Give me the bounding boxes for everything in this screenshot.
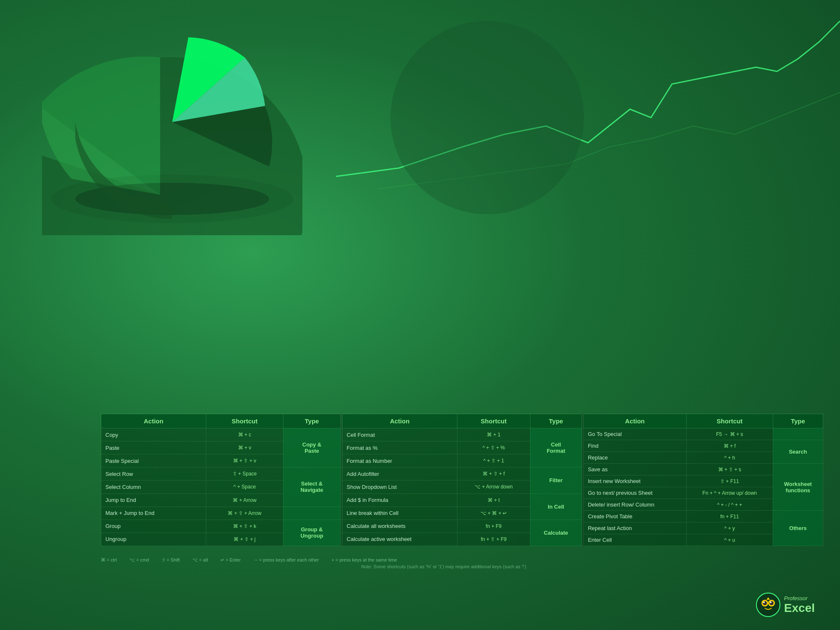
logo-area: Professor Excel — [756, 592, 815, 617]
table-row: Save as ⌘ + ⇧ + s Worksheetfunctions — [583, 464, 823, 475]
table-row: Add $ in Formula ⌘ + t In Cell — [342, 494, 582, 507]
table-row: Go To Special F5 → ⌘ + s — [583, 428, 823, 440]
table-search-worksheet: Action Shortcut Type Go To Special F5 → … — [583, 414, 823, 546]
table-row: Mark + Jump to End ⌘ + ⇧ + Arrow — [101, 507, 341, 520]
table-row: Group ⌘ + ⇧ + k Group &Ungroup — [101, 520, 341, 533]
table3-action-header: Action — [583, 414, 686, 428]
table-format-filter: Action Shortcut Type Cell Format ⌘ + 1 C… — [342, 414, 582, 546]
table1-type-header: Type — [283, 414, 341, 428]
legend-item-enter: ↵ = Enter — [220, 557, 241, 563]
table-copy-paste: Action Shortcut Type Copy ⌘ + c Copy &Pa… — [101, 414, 341, 546]
professor-excel-logo-icon — [756, 592, 781, 617]
svg-point-2 — [391, 21, 584, 214]
legend-item-ctrl: ⌘ = ctrl — [101, 557, 117, 563]
shortcuts-area: Action Shortcut Type Copy ⌘ + c Copy &Pa… — [101, 414, 823, 546]
table-row: Add Autofilter ⌘ + ⇧ + f Filter — [342, 467, 582, 480]
table2-action-header: Action — [342, 414, 457, 428]
svg-point-3 — [756, 593, 780, 617]
table-row: Create Pivot Table fn + F11 Others — [583, 511, 823, 522]
logo-superscript: Professor — [784, 595, 815, 601]
legend-item-plus: + = press keys at the same time — [331, 557, 397, 563]
legend-item-shift: ⇧ = Shift — [162, 557, 180, 563]
svg-point-9 — [770, 601, 772, 603]
table3-shortcut-header: Shortcut — [686, 414, 773, 428]
table-row: Copy ⌘ + c Copy &Paste — [101, 428, 341, 441]
table-row: Cell Format ⌘ + 1 CellFormat — [342, 428, 582, 441]
table3-type-header: Type — [773, 414, 823, 428]
logo-text-area: Professor Excel — [784, 595, 815, 615]
table2-shortcut-header: Shortcut — [457, 414, 530, 428]
logo-main-text: Excel — [784, 601, 815, 615]
legend-item-arrow: → = press keys after each other — [253, 557, 319, 563]
table-row: Select Row ⇧ + Space Select &Navigate — [101, 467, 341, 480]
legend: ⌘ = ctrl ⌥ = cmd ⇧ = Shift ⌥ = alt ↵ = E… — [101, 557, 823, 563]
svg-point-8 — [763, 601, 765, 603]
legend-item-cmd: ⌥ = cmd — [129, 557, 149, 563]
table1-shortcut-header: Shortcut — [206, 414, 284, 428]
table1-action-header: Action — [101, 414, 206, 428]
pie-chart — [42, 25, 302, 235]
svg-point-7 — [769, 601, 774, 605]
svg-point-6 — [763, 601, 767, 605]
table-row: Find ⌘ + f Search — [583, 440, 823, 452]
note-text: Note: Some shortcuts (such as '%' or '1'… — [361, 564, 823, 569]
table-row: Calculate all worksheets fn + F9 Calcula… — [342, 520, 582, 533]
table2-type-header: Type — [530, 414, 582, 428]
legend-item-alt: ⌥ = alt — [192, 557, 208, 563]
line-chart — [336, 0, 840, 218]
